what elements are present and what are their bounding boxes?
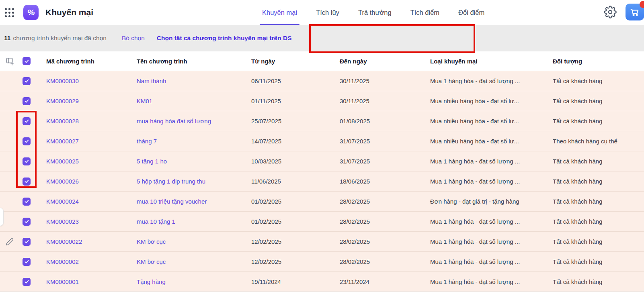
- promo-name-link[interactable]: Tặng hàng: [137, 278, 166, 285]
- row-checkbox[interactable]: [23, 218, 31, 226]
- tab-tra-thuong[interactable]: Trả thưởng: [358, 0, 392, 25]
- row-checkbox[interactable]: [23, 258, 31, 266]
- row-checkbox[interactable]: [23, 157, 31, 165]
- promo-type: Mua 1 hàng hóa - đạt số lượng ...: [430, 78, 553, 84]
- promo-name-link[interactable]: KM01: [137, 98, 152, 104]
- table-row: KM0000002KM bơ cục12/02/202528/02/2025Mu…: [0, 252, 644, 272]
- row-checkbox[interactable]: [23, 198, 31, 206]
- promo-target: Tất cả khách hàng: [553, 78, 644, 84]
- table-row: KM00000265 hộp tặng 1 dịp trung thu11/06…: [0, 171, 644, 192]
- table-row: KM0000030Nam thành06/11/202530/11/2025Mu…: [0, 71, 644, 91]
- promotion-page: % Khuyến mại Khuyến mại Tích lũy Trả thư…: [0, 0, 644, 302]
- to-date: 23/11/2024: [340, 278, 430, 285]
- table-row: KM0000023mua 10 tặng 101/02/202528/02/20…: [0, 212, 644, 232]
- deselect-link[interactable]: Bỏ chọn: [122, 35, 145, 42]
- promo-target: Tất cả khách hàng: [553, 98, 644, 104]
- promo-type: Mua 1 hàng hóa - đạt số lượng ...: [430, 158, 553, 165]
- from-date: 01/02/2025: [251, 198, 340, 205]
- promo-name-link[interactable]: mua 10 tặng 1: [137, 218, 175, 225]
- table-row: KM0000001Tặng hàng19/11/202423/11/2024Mu…: [0, 272, 644, 292]
- select-all-checkbox[interactable]: [23, 57, 31, 65]
- promo-type: Mua 1 hàng hóa - đạt số lượng ...: [430, 218, 553, 225]
- row-checkbox[interactable]: [23, 238, 31, 246]
- from-date: 01/02/2025: [251, 218, 340, 225]
- table-row: KM0000028mua hàng hóa đạt số lương25/07/…: [0, 111, 644, 131]
- row-checkbox[interactable]: [23, 178, 31, 186]
- gear-icon[interactable]: [604, 6, 617, 18]
- promo-code-link[interactable]: KM0000030: [46, 78, 79, 84]
- row-checkbox[interactable]: [23, 278, 31, 286]
- from-date: 06/11/2025: [251, 78, 340, 84]
- col-header-name[interactable]: Tên chương trình: [137, 58, 251, 65]
- side-panel-handle[interactable]: [0, 208, 4, 226]
- tab-tich-luy[interactable]: Tích lũy: [316, 0, 339, 25]
- col-header-type[interactable]: Loại khuyến mại: [430, 58, 553, 65]
- table-row: KM0000027tháng 714/07/202531/07/2025Mua …: [0, 131, 644, 151]
- app-grid-icon[interactable]: [5, 8, 14, 17]
- page-title: Khuyến mại: [45, 8, 93, 17]
- table-body: KM0000030Nam thành06/11/202530/11/2025Mu…: [0, 71, 644, 292]
- promo-code-link[interactable]: KM0000029: [46, 98, 79, 104]
- to-date: 30/11/2025: [340, 98, 430, 104]
- selected-count-label: chương trình khuyến mại đã chọn: [13, 35, 107, 42]
- from-date: 25/07/2025: [251, 118, 340, 124]
- promo-code-link[interactable]: KM0000028: [46, 118, 79, 124]
- table-row: KM00000255 tặng 1 ho10/03/202531/07/2025…: [0, 151, 644, 171]
- promo-target: Tất cả khách hàng: [553, 178, 644, 185]
- promo-code-link[interactable]: KM0000025: [46, 158, 79, 165]
- promo-type: Mua nhiều hàng hóa - đạt số lư...: [430, 118, 553, 124]
- tab-tich-diem[interactable]: Tích điểm: [410, 0, 439, 25]
- to-date: 28/02/2025: [340, 238, 430, 245]
- selected-count: 11: [4, 35, 10, 42]
- from-date: 14/07/2025: [251, 138, 340, 145]
- promo-target: Tất cả khách hàng: [553, 258, 644, 265]
- nav-tabs: Khuyến mại Tích lũy Trả thưởng Tích điểm…: [262, 0, 484, 25]
- to-date: 01/08/2025: [340, 118, 430, 124]
- row-checkbox[interactable]: [23, 137, 31, 145]
- promo-name-link[interactable]: KM bơ cục: [137, 258, 166, 265]
- table-row: KM00000022KM bơ cục12/02/202528/02/2025M…: [0, 232, 644, 252]
- promo-code-link[interactable]: KM0000026: [46, 178, 79, 185]
- row-checkbox[interactable]: [23, 117, 31, 125]
- tab-doi-diem[interactable]: Đổi điểm: [458, 0, 484, 25]
- promo-target: Tất cả khách hàng: [553, 158, 644, 165]
- row-checkbox[interactable]: [23, 77, 31, 85]
- tab-khuyen-mai[interactable]: Khuyến mại: [262, 0, 297, 25]
- select-all-link[interactable]: Chọn tất cả chương trình khuyến mại trên…: [157, 35, 292, 42]
- promo-name-link[interactable]: mua 10 triệu tặng voucher: [137, 198, 207, 205]
- promo-type: Mua 1 hàng hóa - đạt số lượng ...: [430, 278, 553, 285]
- from-date: 12/02/2025: [251, 258, 340, 265]
- promo-name-link[interactable]: 5 tặng 1 ho: [137, 158, 167, 165]
- table-row: KM0000024mua 10 triệu tặng voucher01/02/…: [0, 192, 644, 212]
- promo-name-link[interactable]: Nam thành: [137, 78, 166, 84]
- promo-code-link[interactable]: KM0000002: [46, 258, 79, 265]
- col-header-code[interactable]: Mã chương trình: [46, 58, 137, 65]
- promo-name-link[interactable]: 5 hộp tặng 1 dịp trung thu: [137, 178, 205, 185]
- promo-name-link[interactable]: tháng 7: [137, 138, 157, 145]
- row-checkbox[interactable]: [23, 97, 31, 105]
- add-column-icon[interactable]: [6, 57, 14, 65]
- promo-target: Theo khách hàng cụ thể: [553, 138, 644, 145]
- promo-target: Tất cả khách hàng: [553, 198, 644, 205]
- promo-target: Tất cả khách hàng: [553, 118, 644, 124]
- col-header-from[interactable]: Từ ngày: [251, 58, 340, 65]
- promo-code-link[interactable]: KM0000027: [46, 138, 79, 145]
- percent-logo-icon: %: [23, 5, 39, 20]
- promo-target: Tất cả khách hàng: [553, 278, 644, 285]
- promo-target: Tất cả khách hàng: [553, 218, 644, 225]
- promo-code-link[interactable]: KM0000024: [46, 198, 79, 205]
- promo-code-link[interactable]: KM0000023: [46, 218, 79, 225]
- promo-name-link[interactable]: mua hàng hóa đạt số lương: [137, 118, 211, 124]
- edit-pencil-icon[interactable]: [6, 238, 14, 246]
- promo-name-link[interactable]: KM bơ cục: [137, 238, 166, 245]
- to-date: 31/07/2025: [340, 138, 430, 145]
- promo-code-link[interactable]: KM0000001: [46, 278, 79, 285]
- col-header-target[interactable]: Đối tượng: [553, 58, 644, 65]
- table-header: Mã chương trình Tên chương trình Từ ngày…: [0, 51, 644, 71]
- promo-target: Tất cả khách hàng: [553, 238, 644, 245]
- from-date: 19/11/2024: [251, 278, 340, 285]
- promo-type: Mua nhiều hàng hóa - đạt số lư...: [430, 138, 553, 145]
- promo-code-link[interactable]: KM00000022: [46, 238, 82, 245]
- col-header-to[interactable]: Đến ngày: [340, 58, 430, 65]
- top-header: % Khuyến mại Khuyến mại Tích lũy Trả thư…: [0, 0, 644, 25]
